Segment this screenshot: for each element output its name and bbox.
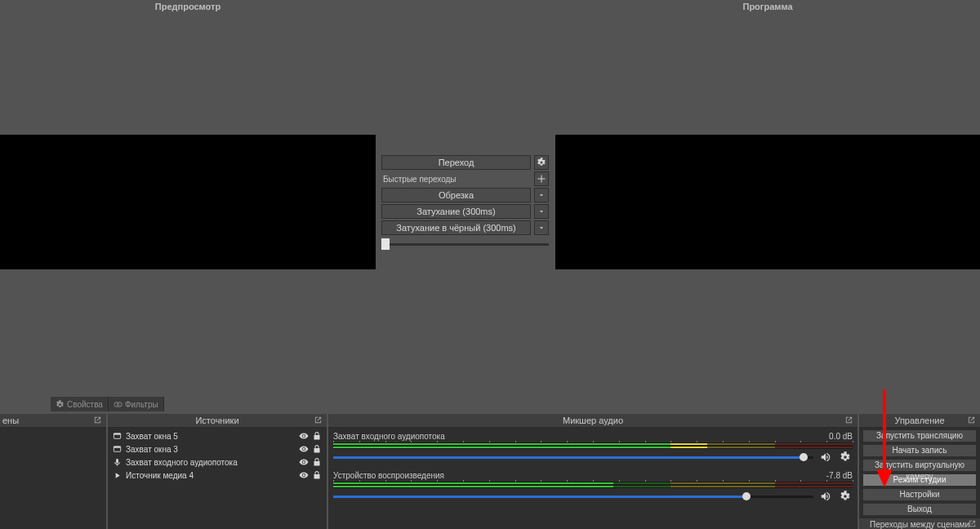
lock-icon [312,431,322,441]
sources-list[interactable]: Захват окна 5Захват окна 3Захват входног… [108,428,327,529]
lock-icon [312,470,322,480]
sources-dock-popout[interactable] [314,416,323,425]
source-item[interactable]: Захват входного аудиопотока [108,456,327,469]
mixer-mute-button[interactable] [818,451,833,464]
preview-heading: Предпросмотр [0,0,376,13]
quick-transition-item-menu[interactable] [534,220,549,235]
lock-icon [312,457,322,467]
mixer-dock-title: Микшер аудио [563,416,623,425]
source-item[interactable]: Захват окна 3 [108,442,327,456]
source-item[interactable]: Захват окна 5 [108,429,327,442]
popout-icon [844,416,853,425]
source-lock-toggle[interactable] [310,444,323,454]
mixer-volume-slider[interactable] [333,451,813,463]
mixer-dock-popout[interactable] [844,416,854,425]
scenes-dock-header[interactable]: ены [0,414,106,428]
source-visibility-toggle[interactable] [297,431,310,441]
controls-body: Запустить трансляцию Начать запись Запус… [859,428,980,529]
program-canvas[interactable] [555,135,980,269]
speaker-icon [820,491,831,502]
gear-icon [537,158,546,167]
mixer-meter [333,482,853,488]
program-heading: Программа [555,0,980,13]
chevron-down-icon [537,191,546,199]
scenes-dock-title: ены [2,416,19,425]
mixer-mute-button[interactable] [818,490,833,503]
mixer-channel-db: -7.8 dB [826,471,853,480]
properties-button-label: Свойства [67,400,103,409]
mixer-channel-name: Устройство воспроизведения [333,471,826,480]
mixer-volume-slider[interactable] [333,491,813,502]
controls-dock-header[interactable]: Управление [859,414,980,428]
scenes-list[interactable] [0,428,106,529]
quick-transition-item[interactable]: Обрезка [381,188,531,202]
sources-dock-header[interactable]: Источники [108,414,327,428]
scene-transitions-popout[interactable] [968,519,977,530]
svg-rect-5 [114,446,120,447]
source-type-icon [111,445,122,454]
chevron-down-icon [537,224,546,232]
mixer-meter [333,442,853,449]
start-recording-button[interactable]: Начать запись [862,444,977,457]
studio-mode-button[interactable]: Режим студии [862,473,977,487]
popout-icon [314,416,323,425]
source-visibility-toggle[interactable] [297,457,310,467]
start-virtual-cam-button[interactable]: Запустить виртуальную камеру [862,459,977,472]
chevron-down-icon [537,207,546,216]
scene-transitions-header[interactable]: Переходы между сценами [859,518,980,529]
eye-icon [299,470,309,480]
source-lock-toggle[interactable] [310,457,323,467]
eye-icon [299,457,309,467]
mixer-body: Захват входного аудиопотока0.0 dBУстройс… [328,428,858,529]
mixer-channel-name: Захват входного аудиопотока [333,432,829,441]
mixer-channel: Устройство воспроизведения-7.8 dB [328,469,858,508]
filters-button[interactable]: Фильтры [109,397,164,411]
source-lock-toggle[interactable] [310,431,323,441]
source-visibility-toggle[interactable] [297,444,310,454]
filters-button-label: Фильтры [125,400,158,409]
gear-icon [840,451,851,463]
filters-icon [114,400,122,409]
tbar-slider[interactable] [381,238,549,250]
mixer-settings-button[interactable] [838,490,853,503]
source-item-label: Захват входного аудиопотока [126,458,297,467]
lock-icon [312,444,322,454]
svg-point-1 [118,402,122,407]
mixer-dock: Микшер аудио Захват входного аудиопотока… [328,414,858,529]
quick-transition-item-menu[interactable] [534,188,549,202]
quick-transition-item[interactable]: Затухание в чёрный (300ms) [381,220,531,235]
speaker-icon [820,451,831,463]
transition-settings-button[interactable] [534,155,549,170]
sources-dock: Источники Захват окна 5Захват окна 3Захв… [108,414,327,529]
mixer-channel: Захват входного аудиопотока0.0 dB [328,429,858,469]
plus-icon [537,174,546,184]
source-item[interactable]: Источник медиа 4 [108,469,327,482]
source-item-label: Захват окна 3 [126,445,297,454]
quick-transition-item[interactable]: Затухание (300ms) [381,204,531,219]
exit-button[interactable]: Выход [862,503,977,516]
popout-icon [967,416,976,425]
popout-icon [968,519,977,528]
mixer-channel-db: 0.0 dB [829,432,853,441]
source-toolbar: Свойства Фильтры [51,397,145,411]
transition-button[interactable]: Переход [381,155,531,170]
settings-button[interactable]: Настройки [862,488,977,501]
source-type-icon [111,458,122,467]
add-quick-transition-button[interactable] [534,171,549,186]
preview-canvas[interactable] [0,135,376,269]
scenes-dock: ены [0,414,106,529]
source-lock-toggle[interactable] [310,470,323,480]
start-streaming-button[interactable]: Запустить трансляцию [862,429,977,442]
source-visibility-toggle[interactable] [297,470,310,480]
quick-transition-item-menu[interactable] [534,204,549,219]
controls-dock-title: Управление [894,416,944,425]
source-type-icon [111,432,122,441]
source-item-label: Захват окна 5 [126,432,297,441]
controls-dock-popout[interactable] [967,416,977,425]
eye-icon [299,444,309,454]
mixer-settings-button[interactable] [838,451,853,464]
scenes-dock-popout[interactable] [93,416,103,425]
mixer-dock-header[interactable]: Микшер аудио [328,414,858,428]
controls-dock: Управление Запустить трансляцию Начать з… [859,414,980,529]
properties-button[interactable]: Свойства [51,397,109,411]
